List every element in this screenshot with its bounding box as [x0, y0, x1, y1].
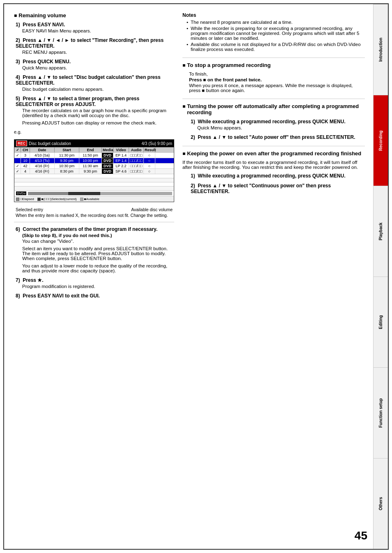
sidebar-tab-others[interactable]: Others — [374, 458, 388, 549]
legend-selected: ■(□□□)Selected(current) — [37, 197, 77, 201]
cell-video: EP 1.4 — [113, 153, 129, 158]
remaining-volume-title: Remaining volume — [14, 12, 174, 18]
cell-video: SP 4.6 — [113, 169, 129, 174]
disc-budget-table: REC Disc budget calculation 4/3 (Su) 9:0… — [14, 139, 174, 202]
step-1-sub: EASY NAVI Main Menu appears. — [22, 28, 174, 33]
table-row-empty — [14, 182, 174, 186]
cell-check: ✓ — [14, 153, 21, 158]
cell-result: ○ — [144, 169, 155, 174]
cell-result: ○ — [144, 158, 155, 163]
sidebar-tab-function-setup[interactable]: Function setup — [374, 367, 388, 458]
table-row: 10 4/13 (Tu) 9:30 pm 10:00 pm DVD EP 1.4… — [14, 158, 174, 163]
note-item-1: The nearest 8 programs are calculated at… — [187, 20, 365, 25]
stop-section-title: To stop a programmed recording — [182, 62, 365, 68]
step-4: 4) Press ▲ / ▼ to select "Disc budget ca… — [16, 74, 174, 92]
step-6-sub-bold: (Skip to step 8), if you do not need thi… — [22, 233, 174, 238]
table-legend: □Elapsed ■(□□□)Selected(current) ■Availa… — [14, 196, 174, 202]
step-2: 2) Press ▲ / ▼ / ◄ / ► to select "Timer … — [16, 37, 174, 55]
col-ch: CH — [21, 147, 30, 152]
dvd-label-small: DVD± — [16, 191, 26, 195]
note-item-3: Available disc volume is not displayed f… — [187, 42, 365, 52]
col-check: ✓ — [14, 147, 21, 152]
table-time: 4/3 (Su) 9:00 pm — [142, 141, 172, 146]
cell-audio: □□□/□□ — [129, 158, 144, 163]
cell-media: DVD — [102, 153, 113, 158]
keep-power-section: Keeping the power on even after the prog… — [182, 150, 365, 194]
keep-power-step-1: 1) While executing a programmed recordin… — [191, 173, 365, 179]
left-column: Remaining volume 1) Press EASY NAVI. EAS… — [14, 12, 174, 541]
col-media: Media — [102, 147, 113, 152]
cell-start: 10:30 pm — [55, 164, 79, 168]
cell-audio: □□□/□□ — [129, 164, 144, 168]
cell-audio: □□□/□□ — [129, 169, 144, 174]
table-row: ✓ 42 4/16 (Fr) 10:30 pm 11:30 am DVD LP … — [14, 163, 174, 168]
step-7-sub: Program modification is registered. — [22, 284, 174, 289]
table-row-empty — [14, 178, 174, 182]
bar-elapsed — [28, 192, 68, 195]
cell-end: 10:00 pm — [79, 158, 102, 163]
keep-power-intro: If the recorder turns itself on to execu… — [182, 160, 365, 170]
cell-ch: 3 — [21, 153, 30, 158]
step-6: 6) Correct the parameters of the timer p… — [16, 226, 174, 273]
table-header: REC Disc budget calculation 4/3 (Su) 9:0… — [14, 140, 174, 147]
cell-result: ○ — [144, 164, 155, 168]
sidebar-tab-editing[interactable]: Editing — [374, 276, 388, 367]
cell-start: 9:30 pm — [55, 158, 79, 163]
cell-end: 11:50 pm — [79, 153, 102, 158]
page-number: 45 — [355, 529, 367, 542]
step-4-sub: Disc budget calculation menu appears. — [22, 87, 174, 92]
annotation-selected-entry: Selected entry — [16, 207, 94, 212]
cell-ch: 4 — [21, 169, 30, 174]
divider-right-3 — [182, 146, 365, 146]
table-row-empty — [14, 186, 174, 190]
step-7: 7) Press ★. Program modification is regi… — [16, 277, 174, 289]
table-title: Disc budget calculation — [29, 141, 142, 146]
auto-power-step-1-sub: Quick Menu appears. — [197, 125, 365, 130]
notes-title: Notes — [182, 12, 365, 18]
sidebar-tab-introduction[interactable]: Introduction — [374, 4, 388, 95]
legend-selected-box — [37, 198, 41, 201]
bar-container — [28, 192, 172, 195]
cell-media: DVD — [102, 169, 113, 174]
auto-power-step-1: 1) While executing a programmed recordin… — [191, 119, 365, 130]
sidebar-tab-playback[interactable]: Playback — [374, 186, 388, 276]
cell-date: 4/10 (Sa) — [30, 153, 55, 158]
cell-check: ✓ — [14, 169, 21, 174]
step-1: 1) Press EASY NAVI. EASY NAVI Main Menu … — [16, 22, 174, 33]
legend-available: ■Available — [80, 197, 99, 201]
step-3-sub: Quick Menu appears. — [22, 65, 174, 70]
cell-media: DVD — [102, 158, 113, 163]
auto-power-step-2: 2) Press ▲ / ▼ to select "Auto power off… — [191, 134, 365, 140]
step-8: 8) Press EASY NAVI to exit the GUI. — [16, 293, 174, 299]
step-3: 3) Press QUICK MENU. Quick Menu appears. — [16, 59, 174, 70]
divider-right-2 — [182, 99, 365, 99]
stop-to-finish: To finish, — [189, 71, 365, 76]
table-row: ✓ 3 4/10 (Sa) 11:30 pm 11:50 pm DVD EP 1… — [14, 152, 174, 158]
step-6-sub3: You can adjust to a lower mode to reduce… — [22, 263, 174, 273]
cell-date: 4/16 (Fr) — [30, 164, 55, 168]
step-6-sub2: Select an item you want to modify and pr… — [22, 246, 174, 261]
col-end: End — [79, 147, 102, 152]
eg-label: e.g. — [14, 129, 174, 134]
bar-available — [100, 192, 172, 195]
disc-bar: DVD± — [14, 190, 174, 196]
cell-media: DVD — [102, 164, 113, 168]
annotation-row: Selected entry Available disc volume — [14, 207, 174, 212]
sidebar-tab-recording[interactable]: Recording — [374, 95, 388, 186]
col-result: Result — [144, 147, 155, 152]
stop-section: To stop a programmed recording To finish… — [182, 62, 365, 93]
keep-power-title: Keeping the power on even after the prog… — [182, 150, 365, 157]
col-video: Video — [113, 147, 129, 152]
cell-date: 4/13 (Tu) — [30, 158, 55, 163]
col-date: Date — [30, 147, 55, 152]
cell-video: LP 2.2 — [113, 164, 129, 168]
table-column-headers: ✓ CH Date Start End Media Video Audio Re… — [14, 147, 174, 152]
cell-audio: □□□/□□ — [129, 153, 144, 158]
step-5-sub2: Pressing ADJUST button can display or re… — [22, 120, 174, 125]
cell-check: ✓ — [14, 164, 21, 168]
bar-selected — [68, 192, 100, 195]
cell-start: 11:30 pm — [55, 153, 79, 158]
cell-start: 8:30 pm — [55, 169, 79, 174]
legend-available-box — [80, 198, 83, 201]
cell-ch: 10 — [21, 158, 30, 163]
